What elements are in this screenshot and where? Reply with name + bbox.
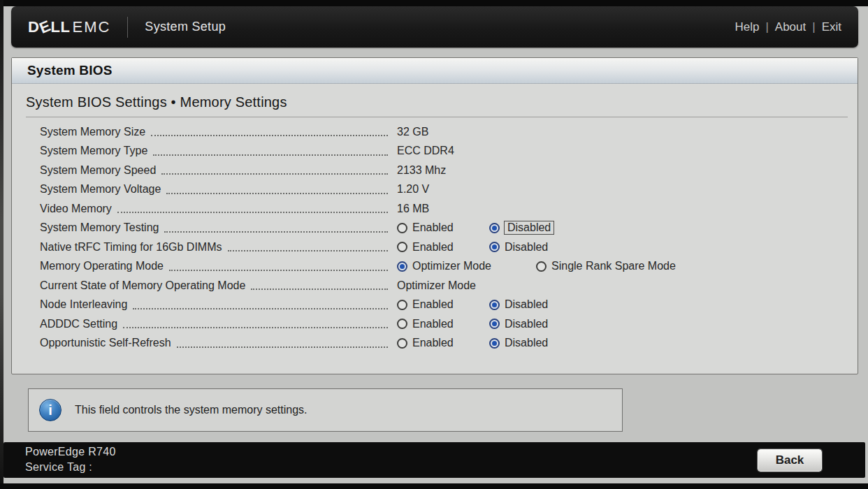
setting-row: Memory Operating Mode Optimizer ModeSing…: [12, 257, 858, 277]
setting-label: Opportunistic Self-Refresh: [40, 337, 177, 349]
setting-label: System Memory Type: [40, 145, 153, 157]
radio-option-label: Disabled: [505, 337, 548, 349]
radio-option-label: Disabled: [505, 221, 554, 234]
radio-option-label: Disabled: [505, 298, 548, 311]
radio-unselected-icon[interactable]: [397, 242, 407, 252]
radio-group: EnabledDisabled: [397, 298, 581, 311]
radio-selected-icon[interactable]: [489, 300, 500, 310]
header-divider: [127, 17, 128, 38]
radio-option[interactable]: Disabled: [489, 241, 581, 254]
dotted-leader: [117, 204, 388, 213]
screen-edge-top: [0, 0, 868, 6]
dotted-leader: [161, 166, 388, 175]
back-button[interactable]: Back: [758, 449, 822, 472]
radio-option-label: Optimizer Mode: [412, 260, 491, 272]
info-icon: i: [39, 399, 62, 421]
setting-value: Optimizer Mode: [397, 279, 476, 292]
dotted-leader: [151, 127, 388, 136]
dotted-leader: [123, 319, 388, 328]
radio-option-label: Enabled: [412, 298, 454, 311]
radio-option[interactable]: Disabled: [489, 298, 581, 311]
info-text: This field controls the system memory se…: [75, 404, 308, 416]
setting-row: System Memory Type ECC DDR4: [12, 142, 858, 161]
setting-row: Native tRFC Timing for 16Gb DIMMs Enable…: [12, 238, 858, 257]
top-header-bar: DELLEMC System Setup Help | About | Exit: [11, 6, 858, 48]
radio-option[interactable]: Optimizer Mode: [397, 260, 536, 272]
radio-group: EnabledDisabled: [397, 337, 581, 349]
setting-label: Video Memory: [40, 203, 117, 215]
setting-row: Opportunistic Self-Refresh EnabledDisabl…: [12, 334, 858, 353]
footer-bar: PowerEdge R740 Service Tag : Back: [3, 442, 865, 478]
setting-label: Node Interleaving: [40, 298, 133, 311]
radio-unselected-icon[interactable]: [397, 300, 407, 310]
setting-label: System Memory Testing: [40, 221, 164, 234]
screen-edge-left: [0, 0, 3, 489]
setting-value: 32 GB: [397, 126, 428, 138]
radio-unselected-icon[interactable]: [536, 261, 547, 272]
setting-value: 1.20 V: [397, 183, 429, 196]
radio-unselected-icon[interactable]: [397, 338, 407, 349]
service-tag-label: Service Tag :: [25, 461, 865, 474]
screen-edge-bottom: [0, 483, 868, 489]
info-box: i This field controls the system memory …: [28, 388, 623, 432]
radio-option[interactable]: Enabled: [397, 318, 489, 330]
radio-option[interactable]: Enabled: [397, 221, 489, 234]
setting-row: System Memory Voltage 1.20 V: [12, 180, 858, 200]
system-bios-panel: System BIOS System BIOS Settings • Memor…: [11, 57, 858, 374]
setting-row: ADDDC Setting EnabledDisabled: [12, 314, 858, 334]
app-title: System Setup: [145, 20, 226, 34]
radio-option[interactable]: Single Rank Spare Mode: [536, 260, 676, 272]
radio-option-label: Single Rank Spare Mode: [551, 260, 676, 272]
radio-unselected-icon[interactable]: [397, 223, 407, 233]
radio-selected-icon[interactable]: [489, 338, 500, 349]
dotted-leader: [153, 147, 388, 156]
setting-row: Video Memory 16 MB: [12, 199, 858, 219]
radio-selected-icon[interactable]: [397, 261, 407, 272]
dotted-leader: [166, 185, 388, 194]
model-name: PowerEdge R740: [25, 446, 865, 458]
logo-letters: LL: [51, 18, 71, 36]
radio-group: EnabledDisabled: [397, 241, 581, 254]
setting-value: ECC DDR4: [397, 145, 454, 157]
setting-label: System Memory Voltage: [40, 183, 166, 196]
setting-value: 16 MB: [397, 203, 429, 215]
setting-label: Memory Operating Mode: [40, 260, 169, 272]
radio-group: EnabledDisabled: [397, 318, 581, 330]
setting-row: System Memory Testing EnabledDisabled: [12, 219, 858, 238]
dotted-leader: [164, 224, 388, 233]
radio-group: EnabledDisabled: [397, 221, 581, 234]
radio-option[interactable]: Disabled: [489, 318, 581, 330]
radio-option[interactable]: Enabled: [397, 337, 489, 349]
radio-option-label: Enabled: [412, 241, 454, 254]
setting-value: 2133 Mhz: [397, 164, 446, 177]
setting-row: System Memory Size 32 GB: [12, 122, 858, 142]
radio-option[interactable]: Disabled: [489, 337, 581, 349]
radio-option-label: Disabled: [505, 241, 548, 254]
setting-label: Current State of Memory Operating Mode: [40, 279, 251, 292]
radio-option[interactable]: Enabled: [397, 241, 489, 254]
radio-selected-icon[interactable]: [489, 223, 500, 233]
header-links: Help | About | Exit: [735, 20, 841, 34]
radio-unselected-icon[interactable]: [397, 319, 407, 329]
link-separator: |: [812, 20, 815, 34]
title-separator-line: [26, 117, 848, 117]
setting-row: Node Interleaving EnabledDisabled: [12, 295, 858, 315]
radio-option[interactable]: Disabled: [489, 221, 581, 234]
radio-option-label: Enabled: [412, 337, 454, 349]
dellemc-logo: DELLEMC: [28, 18, 110, 36]
radio-selected-icon[interactable]: [489, 242, 500, 252]
radio-selected-icon[interactable]: [489, 319, 500, 329]
setting-label: System Memory Size: [40, 126, 151, 138]
setting-label: ADDDC Setting: [40, 318, 123, 330]
exit-link[interactable]: Exit: [822, 20, 841, 34]
radio-option-label: Disabled: [505, 318, 548, 330]
setting-row: Current State of Memory Operating Mode O…: [12, 276, 858, 295]
dotted-leader: [251, 281, 388, 290]
radio-option[interactable]: Enabled: [397, 298, 489, 311]
dotted-leader: [169, 262, 388, 271]
logo-emc: EMC: [72, 18, 110, 36]
help-link[interactable]: Help: [735, 20, 759, 34]
setting-label: System Memory Speed: [40, 164, 161, 177]
radio-option-label: Enabled: [412, 318, 454, 330]
about-link[interactable]: About: [775, 20, 806, 34]
